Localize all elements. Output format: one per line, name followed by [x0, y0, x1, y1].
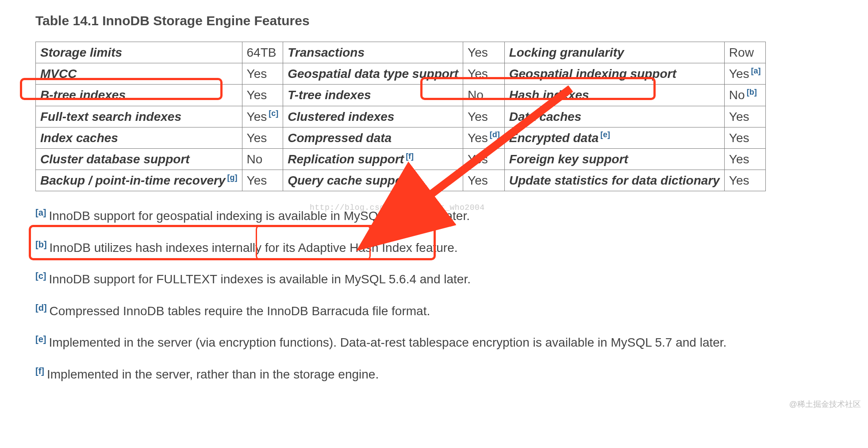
feature-value-btree: Yes — [242, 85, 283, 106]
footnote-d: [d]Compressed InnoDB tables require the … — [35, 301, 833, 320]
value-text: Yes — [247, 110, 267, 124]
feature-name: Query cache support — [283, 170, 463, 191]
footnote-text: Implemented in the server (via encryptio… — [49, 336, 726, 350]
feature-value: Yes — [463, 63, 505, 85]
footnote-b: [b]InnoDB utilizes hash indexes internal… — [35, 238, 833, 257]
feature-value: Yes — [463, 106, 505, 127]
feature-name: T-tree indexes — [283, 85, 463, 106]
feature-name: Transactions — [283, 42, 463, 63]
footnote-text: Compressed InnoDB tables require the Inn… — [50, 304, 430, 318]
feature-value: Yes — [724, 170, 765, 191]
footnote-mark[interactable]: [a] — [35, 208, 46, 217]
table-row: Full-text search indexes Yes[c] Clustere… — [36, 106, 766, 127]
table-row: Backup / point-in-time recovery[g] Yes Q… — [36, 170, 766, 191]
footnote-text: Implemented in the server, rather than i… — [47, 367, 379, 381]
footnote-mark[interactable]: [d] — [35, 303, 47, 313]
feature-value: No — [242, 148, 283, 170]
feature-name: Clustered indexes — [283, 106, 463, 127]
feature-name: Backup / point-in-time recovery[g] — [36, 170, 242, 191]
footnote-a: [a]InnoDB support for geospatial indexin… — [35, 206, 833, 225]
feature-name: Update statistics for data dictionary — [504, 170, 724, 191]
feature-name: Cluster database support — [36, 148, 242, 170]
watermark-corner: @稀土掘金技术社区 — [789, 399, 861, 409]
footnote-mark[interactable]: [b] — [35, 239, 47, 249]
footnote-ref[interactable]: [c] — [267, 109, 278, 118]
footnote-ref[interactable]: [e] — [599, 130, 610, 139]
feature-value-hash: No[b] — [724, 85, 765, 106]
table-title: Table 14.1 InnoDB Storage Engine Feature… — [35, 13, 833, 28]
footnote-mark[interactable]: [c] — [35, 271, 46, 281]
footnote-ref[interactable]: [b] — [745, 88, 757, 97]
name-text: Replication support — [288, 152, 404, 166]
feature-name: Locking granularity — [504, 42, 724, 63]
feature-name: Full-text search indexes — [36, 106, 242, 127]
feature-value: Yes[d] — [463, 127, 505, 148]
feature-name-hash: Hash indexes — [504, 85, 724, 106]
footnote-text: InnoDB support for geospatial indexing i… — [49, 209, 470, 223]
feature-value: Yes — [463, 148, 505, 170]
features-table: Storage limits 64TB Transactions Yes Loc… — [35, 42, 766, 191]
feature-value: Yes — [724, 127, 765, 148]
table-wrapper: Storage limits 64TB Transactions Yes Loc… — [35, 42, 766, 191]
feature-value: Yes — [463, 42, 505, 63]
value-text: Yes — [468, 131, 488, 145]
feature-value: Yes — [242, 127, 283, 148]
feature-name: Geospatial data type support — [283, 63, 463, 85]
value-text: No — [729, 88, 745, 102]
table-row: Cluster database support No Replication … — [36, 148, 766, 170]
feature-name: Foreign key support — [504, 148, 724, 170]
feature-value: 64TB — [242, 42, 283, 63]
feature-name: Geospatial indexing support — [504, 63, 724, 85]
feature-value: Yes — [463, 170, 505, 191]
feature-name: Encrypted data[e] — [504, 127, 724, 148]
footnote-ref[interactable]: [a] — [749, 66, 761, 75]
table-row: Index caches Yes Compressed data Yes[d] … — [36, 127, 766, 148]
feature-name-btree: B-tree indexes — [36, 85, 242, 106]
table-row: Storage limits 64TB Transactions Yes Loc… — [36, 42, 766, 63]
table-row: B-tree indexes Yes T-tree indexes No Has… — [36, 85, 766, 106]
footnote-ref[interactable]: [g] — [226, 173, 238, 182]
footnote-c: [c]InnoDB support for FULLTEXT indexes i… — [35, 270, 833, 288]
feature-name: MVCC — [36, 63, 242, 85]
name-text: Encrypted data — [509, 131, 599, 145]
feature-name: Index caches — [36, 127, 242, 148]
feature-name: Data caches — [504, 106, 724, 127]
feature-name: Replication support[f] — [283, 148, 463, 170]
feature-value: Yes — [724, 106, 765, 127]
value-text: Yes — [729, 67, 749, 81]
page-root: Table 14.1 InnoDB Storage Engine Feature… — [0, 0, 868, 414]
feature-value: Yes[a] — [724, 63, 765, 85]
footnote-ref[interactable]: [f] — [404, 152, 414, 161]
feature-value: Row — [724, 42, 765, 63]
footnote-mark[interactable]: [f] — [35, 366, 44, 376]
feature-value: Yes[c] — [242, 106, 283, 127]
footnote-text: InnoDB utilizes hash indexes internally … — [50, 241, 458, 255]
feature-value: Yes — [724, 148, 765, 170]
footnote-e: [e]Implemented in the server (via encryp… — [35, 333, 833, 351]
footnote-text: InnoDB support for FULLTEXT indexes is a… — [49, 273, 471, 286]
table-row: MVCC Yes Geospatial data type support Ye… — [36, 63, 766, 85]
footnote-f: [f]Implemented in the server, rather tha… — [35, 365, 833, 383]
footnote-mark[interactable]: [e] — [35, 334, 46, 344]
feature-value: Yes — [242, 170, 283, 191]
feature-value: No — [463, 85, 505, 106]
footnote-ref[interactable]: [d] — [488, 130, 500, 139]
name-text: Backup / point-in-time recovery — [40, 174, 226, 187]
feature-name: Storage limits — [36, 42, 242, 63]
feature-value: Yes — [242, 63, 283, 85]
footnotes-block: [a]InnoDB support for geospatial indexin… — [35, 206, 833, 383]
feature-name: Compressed data — [283, 127, 463, 148]
